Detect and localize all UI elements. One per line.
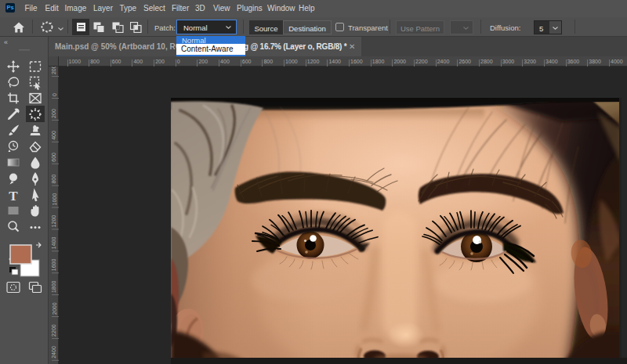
svg-text:1800: 1800 [52,280,57,293]
svg-text:T: T [9,189,18,204]
svg-text:2400: 2400 [52,346,57,359]
svg-text:«: « [4,38,8,46]
svg-text:0: 0 [52,93,57,96]
svg-text:2200: 2200 [52,324,57,337]
svg-text:200: 200 [52,67,57,74]
svg-text:1600: 1600 [52,259,57,272]
svg-text:800: 800 [52,175,57,184]
svg-text:1000: 1000 [52,193,57,206]
svg-text:1200: 1200 [52,215,57,228]
svg-text:200: 200 [52,109,57,118]
svg-text:400: 400 [52,131,57,140]
svg-text:1400: 1400 [52,237,57,250]
svg-text:2000: 2000 [52,302,57,315]
svg-text:600: 600 [52,153,57,162]
